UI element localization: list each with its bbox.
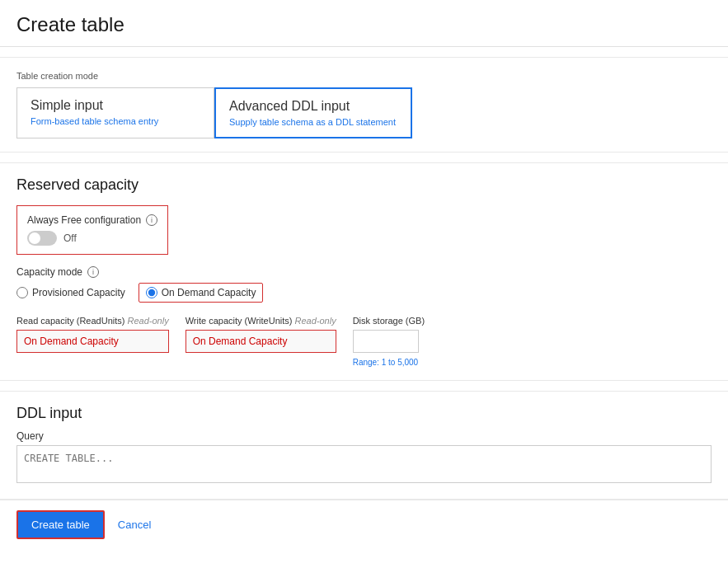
ddl-query-input[interactable]	[16, 445, 712, 483]
write-capacity-input: On Demand Capacity	[186, 330, 336, 353]
provisioned-radio[interactable]	[16, 287, 28, 298]
write-capacity-label-row: Write capacity (WriteUnits) Read-only	[186, 314, 336, 326]
advanced-ddl-title: Advanced DDL input	[229, 99, 397, 114]
always-free-info-icon[interactable]: i	[146, 214, 157, 226]
disk-storage-field: Disk storage (GB) 25 Range: 1 to 5,000	[353, 314, 425, 367]
capacity-mode-label: Capacity mode	[16, 266, 82, 278]
write-capacity-label: Write capacity (WriteUnits)	[186, 316, 293, 326]
advanced-ddl-subtitle: Supply table schema as a DDL statement	[229, 117, 397, 127]
capacity-fields-row: Read capacity (ReadUnits) Read-only On D…	[16, 314, 712, 367]
capacity-mode-label-row: Capacity mode i	[16, 266, 712, 278]
always-free-toggle-row: Off	[27, 231, 157, 246]
ddl-query-label: Query	[16, 430, 712, 442]
always-free-label: Always Free configuration	[27, 214, 141, 226]
capacity-mode-row: Capacity mode i Provisioned Capacity On …	[16, 266, 712, 303]
simple-input-card[interactable]: Simple input Form-based table schema ent…	[16, 87, 214, 138]
on-demand-label: On Demand Capacity	[162, 287, 256, 298]
disk-storage-range-hint: Range: 1 to 5,000	[353, 358, 425, 367]
always-free-label-row: Always Free configuration i	[27, 214, 157, 226]
simple-input-subtitle: Form-based table schema entry	[31, 116, 200, 126]
read-capacity-field: Read capacity (ReadUnits) Read-only On D…	[16, 314, 169, 353]
creation-mode-section: Table creation mode Simple input Form-ba…	[0, 57, 728, 153]
capacity-mode-info-icon[interactable]: i	[87, 266, 99, 278]
on-demand-radio[interactable]	[146, 287, 157, 298]
write-capacity-field: Write capacity (WriteUnits) Read-only On…	[186, 314, 336, 353]
capacity-mode-radio-group: Provisioned Capacity On Demand Capacity	[16, 283, 712, 303]
toggle-off-label: Off	[63, 232, 77, 244]
cancel-link[interactable]: Cancel	[118, 519, 151, 531]
always-free-toggle[interactable]	[27, 231, 57, 246]
creation-mode-label: Table creation mode	[16, 71, 712, 81]
read-capacity-label-row: Read capacity (ReadUnits) Read-only	[16, 314, 169, 326]
always-free-box: Always Free configuration i Off	[16, 205, 168, 255]
page-header: Create table	[0, 0, 728, 47]
disk-storage-label: Disk storage (GB)	[353, 316, 425, 326]
simple-input-title: Simple input	[31, 98, 200, 113]
reserved-capacity-section: Reserved capacity Always Free configurat…	[0, 162, 728, 381]
advanced-ddl-card[interactable]: Advanced DDL input Supply table schema a…	[214, 87, 412, 138]
disk-storage-input[interactable]: 25	[353, 330, 419, 353]
provisioned-label: Provisioned Capacity	[32, 287, 125, 298]
ddl-title: DDL input	[16, 405, 712, 422]
reserved-capacity-title: Reserved capacity	[16, 176, 712, 194]
ddl-section: DDL input Query	[0, 391, 728, 500]
read-capacity-input: On Demand Capacity	[16, 330, 169, 353]
on-demand-capacity-option[interactable]: On Demand Capacity	[139, 283, 264, 303]
page-container: Create table Table creation mode Simple …	[0, 0, 728, 568]
toggle-knob	[29, 232, 40, 244]
creation-mode-options: Simple input Form-based table schema ent…	[16, 87, 712, 138]
provisioned-capacity-option[interactable]: Provisioned Capacity	[16, 287, 125, 298]
disk-storage-label-row: Disk storage (GB)	[353, 314, 425, 326]
actions-section: Create table Cancel	[0, 500, 728, 549]
read-capacity-label: Read capacity (ReadUnits)	[16, 316, 124, 326]
page-title: Create table	[16, 13, 712, 36]
create-table-button[interactable]: Create table	[16, 510, 105, 539]
